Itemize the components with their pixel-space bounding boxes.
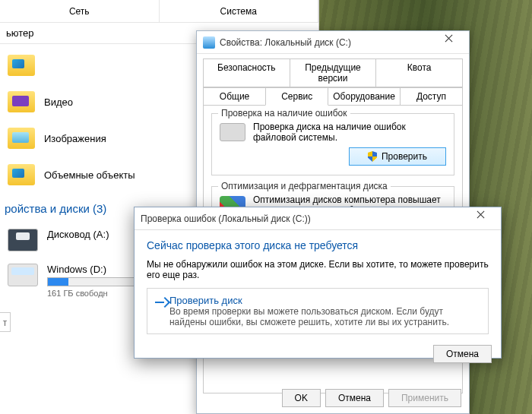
tab-quota[interactable]: Квота — [375, 58, 463, 87]
group-desc: Проверка диска на наличие ошибок файлово… — [253, 122, 446, 143]
dialog-title: Свойства: Локальный диск (C:) — [220, 37, 351, 48]
apply-button: Применить — [388, 389, 461, 407]
check-button[interactable]: Проверить — [349, 147, 446, 166]
tab-previous-versions[interactable]: Предыдущие версии — [290, 58, 377, 87]
drive-label: Дисковод (A:) — [47, 229, 109, 240]
close-button[interactable] — [464, 207, 495, 230]
uac-shield-icon — [368, 151, 377, 162]
folder-icon — [8, 91, 35, 112]
option-subtitle: Во время проверки вы можете пользоваться… — [169, 306, 480, 327]
properties-tabstrip: Безопасность Предыдущие версии Квота Общ… — [197, 54, 469, 106]
cancel-button[interactable]: Отмена — [433, 345, 492, 363]
drive-icon — [203, 36, 215, 49]
group-title: Проверка на наличие ошибок — [218, 108, 350, 119]
arrow-right-icon — [155, 296, 162, 308]
tab-tools[interactable]: Сервис — [265, 87, 328, 106]
check-body-text: Мы не обнаружили ошибок на этом диске. Е… — [147, 259, 489, 280]
ok-button[interactable]: OK — [282, 389, 321, 407]
floppy-drive-icon — [8, 229, 38, 251]
drive-capacity-fill — [48, 278, 68, 286]
folder-label: Видео — [44, 96, 73, 108]
explorer-ribbon-tabs: Сеть Система — [0, 0, 318, 23]
hdd-drive-icon — [8, 264, 38, 286]
scan-drive-option[interactable]: Проверить диск Во время проверки вы може… — [147, 288, 489, 334]
properties-title-bar[interactable]: Свойства: Локальный диск (C:) — [197, 31, 469, 54]
option-title: Проверить диск — [169, 295, 480, 306]
tab-hardware[interactable]: Оборудование — [328, 87, 401, 106]
error-check-dialog: Проверка ошибок (Локальный диск (C:)) Се… — [134, 207, 502, 359]
folder-icon — [8, 128, 35, 149]
tab-sharing[interactable]: Доступ — [400, 87, 463, 106]
cancel-button[interactable]: Отмена — [325, 389, 384, 407]
dialog-title: Проверка ошибок (Локальный диск (C:)) — [141, 213, 311, 224]
folder-icon — [8, 55, 35, 76]
folder-label: Изображения — [44, 133, 106, 144]
disk-icon — [220, 123, 245, 141]
group-title: Оптимизация и дефрагментация диска — [218, 181, 391, 191]
check-button-label: Проверить — [382, 151, 427, 162]
error-checking-group: Проверка на наличие ошибок Проверка диск… — [211, 113, 454, 175]
folder-label: Объемные объекты — [44, 169, 135, 181]
check-heading: Сейчас проверка этого диска не требуется — [147, 239, 489, 251]
close-icon — [476, 214, 484, 223]
tab-general[interactable]: Общие — [203, 87, 266, 106]
dialog-button-row: OK Отмена Применить — [282, 389, 461, 407]
close-button[interactable] — [432, 31, 463, 54]
close-icon — [444, 38, 452, 46]
ribbon-tab-network[interactable]: Сеть — [0, 0, 160, 22]
ribbon-tab-system[interactable]: Система — [160, 0, 319, 22]
folder-icon — [8, 164, 35, 185]
collapsed-nav-pane[interactable]: т — [0, 312, 11, 332]
tab-security[interactable]: Безопасность — [203, 58, 290, 87]
check-title-bar[interactable]: Проверка ошибок (Локальный диск (C:)) — [135, 207, 501, 230]
